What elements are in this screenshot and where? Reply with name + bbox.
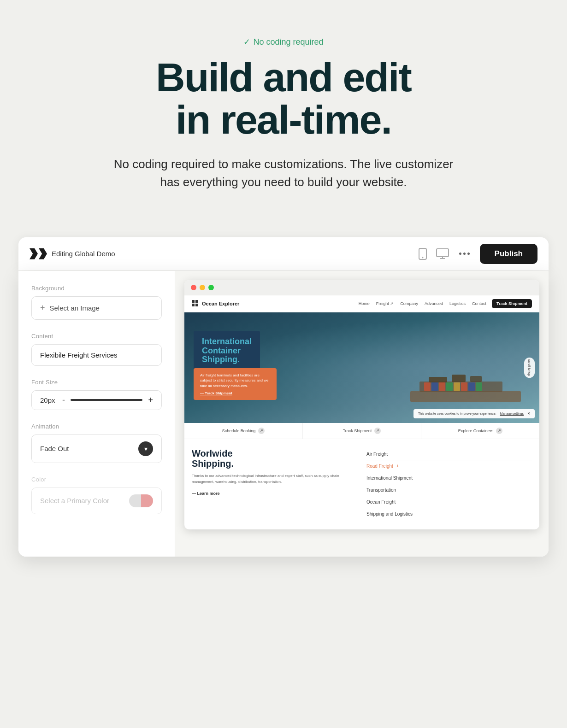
chevron-shape-2 xyxy=(39,248,47,259)
svg-rect-6 xyxy=(195,304,198,306)
content-left: Worlwide Shipping. Thanks to our advance… xyxy=(192,448,357,520)
svg-rect-11 xyxy=(470,376,482,382)
plus-indicator: + xyxy=(396,464,399,469)
content-right: Air Freight Road Freight + International… xyxy=(366,448,532,520)
arrow-icon-explore: ↗ xyxy=(496,428,502,434)
top-bar-right: Publish xyxy=(418,244,537,264)
color-swatch xyxy=(129,494,153,507)
shortcut-explore[interactable]: Explore Containers ↗ xyxy=(421,423,539,439)
animation-section: Animation Fade Out ▾ xyxy=(31,423,162,463)
freight-item-ocean[interactable]: Ocean Freight xyxy=(366,496,532,508)
content-section: Content xyxy=(31,333,162,366)
left-panel: Background + Select an Image Content Fon… xyxy=(18,271,175,557)
svg-rect-5 xyxy=(192,304,195,306)
svg-rect-12 xyxy=(424,382,431,391)
svg-rect-16 xyxy=(454,382,460,391)
font-decrease-button[interactable]: - xyxy=(62,395,65,405)
freight-item-shipping[interactable]: Shipping and Logistics xyxy=(366,508,532,520)
nav-company: Company xyxy=(400,301,418,306)
chevron-down-icon: ▾ xyxy=(144,446,148,452)
animation-dropdown-button[interactable]: ▾ xyxy=(138,441,153,456)
svg-point-1 xyxy=(422,257,423,258)
preview-hero-h1: International xyxy=(202,337,252,346)
nav-freight: Freight ↗ xyxy=(376,301,394,306)
preview-track-link[interactable]: — Track Shipment xyxy=(200,391,270,395)
svg-rect-14 xyxy=(439,382,445,391)
shortcut-schedule[interactable]: Schedule Booking ↗ xyxy=(184,423,303,439)
font-slider[interactable] xyxy=(71,399,142,401)
site-logo: Ocean Explorer xyxy=(192,300,239,307)
traffic-light-red xyxy=(191,285,196,290)
track-shipment-nav-button[interactable]: Track Shipment xyxy=(492,299,532,308)
dot-3 xyxy=(467,252,470,255)
preview-hero-text-box: International Container Shipping. xyxy=(194,331,260,371)
font-size-control: 20px - + xyxy=(31,390,162,410)
font-size-label: Font Size xyxy=(31,379,162,386)
editor-main: Background + Select an Image Content Fon… xyxy=(18,271,549,557)
preview-cta-area: Air freight terminals and facilities are… xyxy=(194,368,277,400)
font-increase-button[interactable]: + xyxy=(148,395,153,405)
hero-title-line1: Build and edit xyxy=(156,54,411,100)
nav-advanced: Advanced xyxy=(425,301,443,306)
arrow-icon-schedule: ↗ xyxy=(258,428,265,434)
shipping-desc: Thanks to our advanced technological inf… xyxy=(192,473,357,485)
browser-window: Ocean Explorer Home Freight ↗ Company Ad… xyxy=(184,280,539,529)
check-icon: ✓ xyxy=(243,37,250,47)
svg-rect-10 xyxy=(452,375,466,382)
shortcut-explore-label: Explore Containers xyxy=(458,429,494,433)
editing-label: Editing Global Demo xyxy=(52,250,115,258)
svg-rect-17 xyxy=(461,382,467,391)
svg-rect-9 xyxy=(429,377,447,382)
badge-text: No coding required xyxy=(253,37,323,47)
font-size-section: Font Size 20px - + xyxy=(31,379,162,410)
hero-title-line2: in real-time. xyxy=(176,97,391,142)
cookie-text: This website uses cookies to improve you… xyxy=(418,412,496,415)
svg-rect-13 xyxy=(431,382,438,391)
background-section: Background + Select an Image xyxy=(31,285,162,320)
shipping-title: Worlwide Shipping. xyxy=(192,448,357,469)
top-bar-left: Editing Global Demo xyxy=(30,248,115,259)
learn-more-link[interactable]: — Learn more xyxy=(192,491,220,496)
content-input[interactable] xyxy=(31,344,162,366)
shortcut-schedule-label: Schedule Booking xyxy=(222,429,256,433)
site-logo-icon xyxy=(192,300,199,307)
animation-value: Fade Out xyxy=(40,445,69,452)
shipping-title-1: Worlwide xyxy=(192,448,233,458)
svg-rect-18 xyxy=(468,382,475,391)
animation-control: Fade Out ▾ xyxy=(31,434,162,463)
right-panel: Ocean Explorer Home Freight ↗ Company Ad… xyxy=(175,271,549,557)
more-options-button[interactable] xyxy=(457,251,472,257)
color-select-button[interactable]: Select a Primary Color xyxy=(31,487,162,514)
freight-list: Air Freight Road Freight + International… xyxy=(366,448,532,520)
cookie-settings-link[interactable]: Manage settings xyxy=(500,412,524,415)
hero-subtitle: No coding required to make customization… xyxy=(108,155,459,191)
freight-item-air[interactable]: Air Freight xyxy=(366,448,532,460)
freight-item-transportation[interactable]: Transportation xyxy=(366,484,532,496)
preview-hero-h3: Shipping. xyxy=(202,355,240,364)
font-size-value: 20px xyxy=(40,396,57,404)
nav-home: Home xyxy=(359,301,370,306)
site-nav: Ocean Explorer Home Freight ↗ Company Ad… xyxy=(184,295,539,312)
color-label: Color xyxy=(31,476,162,483)
scroll-hint: scroll to top xyxy=(524,358,535,378)
hero-badge: ✓ No coding required xyxy=(18,37,549,47)
background-label: Background xyxy=(31,285,162,292)
monitor-icon[interactable] xyxy=(436,248,449,259)
preview-hero-heading: International Container Shipping. xyxy=(202,337,252,364)
nav-contact: Contact xyxy=(472,301,486,306)
animation-label: Animation xyxy=(31,423,162,430)
freight-item-road[interactable]: Road Freight + xyxy=(366,460,532,472)
preview-content-section: Worlwide Shipping. Thanks to our advance… xyxy=(184,439,539,529)
svg-rect-19 xyxy=(476,382,482,391)
freight-item-international[interactable]: International Shipment xyxy=(366,472,532,484)
cookie-close-button[interactable]: ✕ xyxy=(527,412,530,416)
preview-hero-h2: Container xyxy=(202,346,241,355)
mobile-icon[interactable] xyxy=(418,248,428,260)
shortcut-track[interactable]: Track Shipment ↗ xyxy=(303,423,421,439)
traffic-light-green xyxy=(208,285,214,290)
publish-button[interactable]: Publish xyxy=(480,244,537,264)
top-bar: Editing Global Demo Publish xyxy=(18,237,549,271)
site-nav-links: Home Freight ↗ Company Advanced Logistic… xyxy=(359,301,486,306)
select-image-button[interactable]: + Select an Image xyxy=(31,296,162,320)
hero-title: Build and edit in real-time. xyxy=(18,56,549,141)
